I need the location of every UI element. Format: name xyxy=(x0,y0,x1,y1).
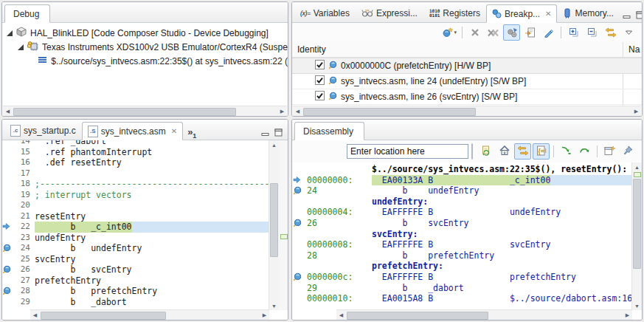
editor-gutter[interactable] xyxy=(2,179,11,190)
editor-gutter[interactable] xyxy=(2,264,11,275)
disassembly-gutter[interactable] xyxy=(292,196,302,208)
editor-gutter[interactable] xyxy=(2,222,11,233)
view-menu-button[interactable] xyxy=(620,24,637,41)
editor-gutter[interactable] xyxy=(2,147,11,158)
scroll-up-icon[interactable]: ▲ xyxy=(269,140,279,149)
maximize-button[interactable] xyxy=(274,129,283,137)
disassembly-gutter[interactable] xyxy=(292,261,302,272)
tab-registers[interactable]: 10100101Registers xyxy=(423,4,486,22)
disassembly-gutter[interactable] xyxy=(292,239,302,250)
editor-gutter[interactable] xyxy=(2,140,11,147)
disassembly-gutter[interactable] xyxy=(292,164,302,175)
home-button[interactable] xyxy=(496,143,513,160)
scroll-right-icon[interactable]: ▶ xyxy=(277,107,287,116)
close-icon[interactable]: ✕ xyxy=(171,128,177,135)
remove-breakpoint-button[interactable] xyxy=(466,24,483,41)
more-tabs-indicator[interactable]: »1 xyxy=(183,126,199,140)
column-header-name[interactable]: Na xyxy=(623,44,640,55)
pin-view-button[interactable] xyxy=(620,143,637,160)
tab-debug[interactable]: Debug xyxy=(4,4,50,23)
show-source-button[interactable]: {= xyxy=(533,143,550,160)
tab-sys-intvecs-asm[interactable]: .Ssys_intvecs.asm✕ xyxy=(82,122,183,140)
goto-file-for-breakpoint-button[interactable] xyxy=(522,24,539,41)
editor-gutter[interactable] xyxy=(2,275,11,287)
view-menu-button[interactable] xyxy=(638,143,643,160)
horizontal-scrollbar[interactable]: ◀ ▶ xyxy=(293,106,641,116)
breakpoint-checkbox[interactable] xyxy=(315,75,325,87)
minimize-button[interactable] xyxy=(623,12,631,19)
browse-button[interactable] xyxy=(471,143,473,160)
horizontal-scrollbar[interactable]: ◀ ▶ xyxy=(30,309,269,320)
tab-breakp[interactable]: Breakp...✕ xyxy=(486,4,557,23)
disassembly-gutter[interactable] xyxy=(292,250,302,261)
tab-sys-startup-c[interactable]: .csys_startup.c xyxy=(4,121,82,140)
scroll-left-icon[interactable]: ◀ xyxy=(30,311,40,320)
scroll-right-icon[interactable]: ▶ xyxy=(260,311,269,320)
expand-all-button[interactable] xyxy=(565,24,582,41)
maximize-button[interactable] xyxy=(636,11,643,19)
editor-text-area[interactable]: 14 .ref _dabort15 .ref phantomInterrupt1… xyxy=(2,140,288,320)
editor-gutter[interactable] xyxy=(2,233,11,244)
scroll-up-icon[interactable]: ▲ xyxy=(632,162,642,171)
step-over-asm-button[interactable] xyxy=(576,143,593,160)
scroll-right-icon[interactable]: ▶ xyxy=(623,311,632,320)
disassembly-gutter[interactable] xyxy=(292,229,302,240)
scrollbar-thumb[interactable] xyxy=(303,108,476,116)
disassembly-gutter[interactable] xyxy=(292,272,302,283)
breakpoint-row[interactable]: sys_intvecs.asm, line 26 (svcEntry) [S/W… xyxy=(292,89,642,105)
link-with-active-debug-context-button[interactable] xyxy=(514,143,531,160)
annotation-marker[interactable] xyxy=(280,234,288,239)
step-into-asm-button[interactable] xyxy=(558,143,575,160)
scrollbar-thumb[interactable] xyxy=(347,312,488,320)
dropdown-arrow-icon[interactable]: ▾ xyxy=(454,30,457,35)
debug-tree-item-source-s[interactable]: $../source/sys_intvecs.asm:22:35$() at s… xyxy=(2,54,288,68)
disassembly-gutter[interactable] xyxy=(292,283,302,294)
editor-gutter[interactable] xyxy=(2,211,11,222)
scroll-down-icon[interactable]: ▼ xyxy=(269,301,279,310)
editor-gutter[interactable] xyxy=(2,286,11,297)
column-header-identity[interactable]: Identity xyxy=(292,44,326,55)
scroll-down-icon[interactable]: ▼ xyxy=(632,301,642,310)
scrollbar-thumb[interactable] xyxy=(633,179,641,269)
disassembly-gutter[interactable] xyxy=(292,293,302,304)
editor-gutter[interactable] xyxy=(2,200,11,211)
scrollbar-thumb[interactable] xyxy=(13,108,236,116)
scroll-left-icon[interactable]: ◀ xyxy=(3,107,13,116)
horizontal-scrollbar[interactable]: ◀ ▶ xyxy=(3,106,287,116)
scroll-left-icon[interactable]: ◀ xyxy=(336,311,346,320)
editor-gutter[interactable] xyxy=(2,157,11,168)
editor-gutter[interactable] xyxy=(2,254,11,265)
debug-tree-item-hal-blinkled[interactable]: HAL_BlinkLED [Code Composer Studio - Dev… xyxy=(2,26,288,40)
expand-arrow-icon[interactable] xyxy=(7,30,13,36)
tab-variables[interactable]: (x)=Variables xyxy=(294,4,356,22)
editor-gutter[interactable] xyxy=(2,243,11,254)
remove-all-terminated-button[interactable] xyxy=(250,3,267,19)
pc-arrow-icon[interactable] xyxy=(293,176,301,187)
location-input[interactable] xyxy=(347,144,468,159)
annotation-marker[interactable] xyxy=(634,172,641,177)
tab-disassembly[interactable]: Disassembly xyxy=(294,122,364,140)
expand-arrow-icon[interactable] xyxy=(18,44,24,50)
disassembly-gutter[interactable] xyxy=(292,175,302,186)
open-new-view-button[interactable] xyxy=(601,143,618,160)
tab-expressi[interactable]: x=Expressi... xyxy=(356,4,423,22)
close-icon[interactable]: ✕ xyxy=(545,10,551,18)
breakpoint-checkbox[interactable] xyxy=(315,91,325,103)
remove-all-breakpoints-button[interactable] xyxy=(485,24,502,41)
scroll-right-icon[interactable]: ▶ xyxy=(631,107,641,116)
scrollbar-thumb[interactable] xyxy=(270,183,278,257)
disassembly-gutter[interactable] xyxy=(292,218,302,229)
new-breakpoint-button[interactable]: ▾ xyxy=(440,24,458,41)
tab-memory[interactable]: Memory... xyxy=(557,4,619,22)
overview-ruler[interactable] xyxy=(279,140,288,310)
breakpoint-row[interactable]: sys_intvecs.asm, line 24 (undefEntry) [S… xyxy=(292,74,642,89)
skip-all-breakpoints-button[interactable] xyxy=(503,24,520,41)
show-supported-breakpoints-button[interactable] xyxy=(540,24,557,41)
collapse-all-button[interactable] xyxy=(584,24,600,41)
breakpoint-row[interactable]: 0x0000000C (prefetchEntry) [H/W BP]Bre xyxy=(292,58,642,74)
vertical-scrollbar[interactable]: ▲ ▼ xyxy=(631,162,642,310)
scroll-left-icon[interactable]: ◀ xyxy=(293,107,302,116)
horizontal-scrollbar[interactable]: ◀ ▶ xyxy=(336,309,632,320)
debug-tree-item-texas-instru[interactable]: Texas Instruments XDS100v2 USB Emulator/… xyxy=(2,40,288,54)
disassembly-text-area[interactable]: $../source/sys_intvecs.asm:22:35$(), res… xyxy=(292,162,642,320)
